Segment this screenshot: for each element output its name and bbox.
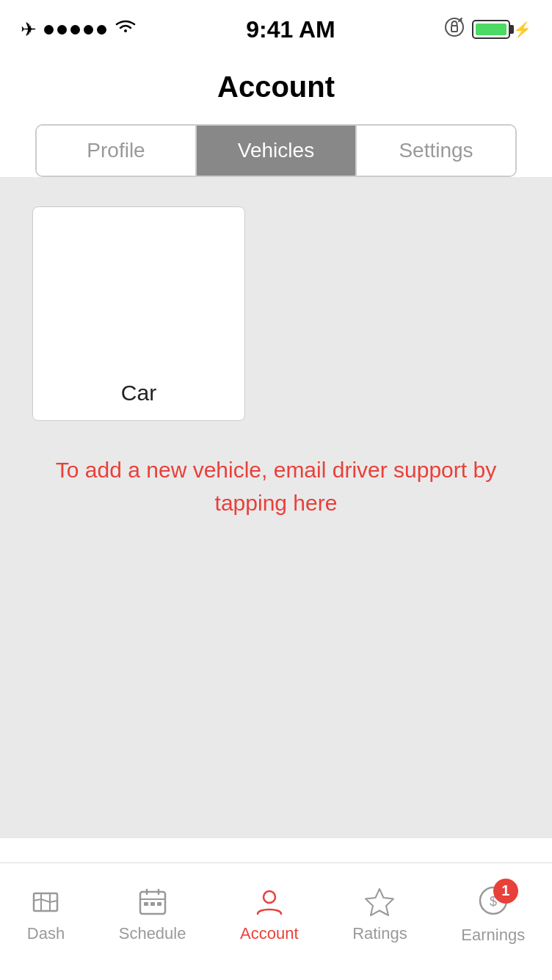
svg-rect-6 [157,902,161,906]
battery: ⚡ [472,20,531,39]
nav-item-earnings[interactable]: $ 1 Earnings [461,884,525,945]
calendar-icon [137,886,169,918]
airplane-icon: ✈ [21,18,37,41]
status-time: 9:41 AM [246,16,335,43]
signal-dot-1 [44,25,54,35]
page-title: Account [0,71,552,104]
vehicle-card[interactable]: Car [32,206,245,421]
content-area: Car To add a new vehicle, email driver s… [0,177,552,838]
person-icon [253,886,286,918]
signal-dots [44,25,106,35]
svg-rect-4 [144,902,148,906]
wifi-icon [114,18,137,42]
svg-rect-2 [34,893,57,911]
nav-label-account: Account [240,924,299,943]
signal-dot-5 [97,25,106,35]
tab-segment: Profile Vehicles Settings [35,124,517,177]
charging-icon: ⚡ [513,21,531,38]
status-bar: ✈ 9:41 AM [0,0,552,59]
star-icon [363,886,396,918]
svg-rect-5 [150,902,155,906]
status-left: ✈ [21,18,137,42]
lock-rotation-icon [444,17,465,43]
nav-label-earnings: Earnings [461,926,525,945]
battery-fill [476,24,506,35]
battery-body [472,20,510,39]
vehicle-label: Car [121,381,156,406]
nav-label-dash: Dash [27,924,65,943]
vehicle-image [51,222,227,369]
nav-label-ratings: Ratings [352,924,407,943]
svg-rect-1 [451,26,457,32]
status-right: ⚡ [444,17,531,43]
nav-item-schedule[interactable]: Schedule [119,886,186,943]
tab-profile[interactable]: Profile [37,126,195,176]
header: Account [0,59,552,124]
signal-dot-2 [57,25,67,35]
tab-vehicles[interactable]: Vehicles [197,126,355,176]
signal-dot-4 [84,25,93,35]
svg-marker-8 [366,889,393,915]
nav-label-schedule: Schedule [119,924,186,943]
tab-settings[interactable]: Settings [357,126,515,176]
nav-item-ratings[interactable]: Ratings [352,886,407,943]
signal-dot-3 [70,25,80,35]
nav-item-dash[interactable]: Dash [27,886,65,943]
svg-point-7 [264,891,275,903]
earnings-badge: 1 [493,879,518,904]
map-icon [29,886,62,918]
nav-item-account[interactable]: Account [240,886,299,943]
bottom-nav: Dash Schedule Account Ratings [0,862,552,980]
add-vehicle-link[interactable]: To add a new vehicle, email driver suppo… [32,453,520,519]
